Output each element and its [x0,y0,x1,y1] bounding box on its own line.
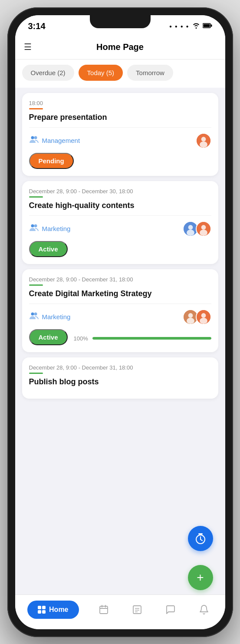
team-label-2: Marketing [42,225,71,232]
task-title-2: Create high-quality contents [29,201,211,210]
team-icon-1 [29,135,39,145]
tab-today[interactable]: Today (5) [79,65,123,81]
status-bar: 3:14 ● ● ● ● [15,15,225,38]
nav-bell-button[interactable] [195,601,213,618]
task-title-3: Create Digital Marketing Strategy [29,289,211,298]
svg-point-3 [31,136,34,139]
svg-point-12 [187,229,194,235]
svg-point-17 [34,313,37,316]
status-badge-2[interactable]: Active [29,241,68,257]
add-task-fab-button[interactable]: + [188,565,213,590]
task-title-1: Prepare presentation [29,113,211,122]
svg-rect-1 [203,24,210,27]
avatar-1 [196,133,211,149]
nav-home-label: Home [49,606,68,614]
svg-point-11 [188,225,193,230]
task-card-3: December 28, 9:00 - December 31, 18:00 C… [22,269,218,352]
task-meta-3: Marketing [29,309,211,325]
nav-list-button[interactable] [128,601,146,618]
bottom-nav: Home [15,594,225,629]
nav-home-button[interactable]: Home [27,601,79,619]
phone-wrapper: 3:14 ● ● ● ● ☰ Home Page Overdue ( [0,0,240,644]
task-divider-1 [29,127,211,128]
app-header: ☰ Home Page [15,38,225,59]
home-grid-icon [38,606,46,614]
svg-point-15 [200,229,207,235]
team-icon-2 [29,224,39,234]
svg-point-9 [34,225,37,228]
task-time-4: December 28, 9:00 - December 31, 18:00 [29,364,211,371]
task-divider-2 [29,215,211,216]
team-label-3: Marketing [42,313,71,320]
svg-point-8 [31,225,34,228]
tab-tomorrow[interactable]: Tomorrow [127,65,173,81]
svg-rect-28 [100,606,108,614]
timer-fab-button[interactable] [188,526,213,551]
status-time: 3:14 [28,21,46,31]
nav-calendar-button[interactable] [95,601,112,618]
svg-line-27 [201,539,202,541]
task-time-2: December 28, 9:00 - December 30, 18:00 [29,188,211,195]
task-card-1: 18:00 Prepare presentation Management [22,93,218,176]
task-time-3: December 28, 9:00 - December 31, 18:00 [29,276,211,283]
svg-point-7 [200,141,207,147]
avatars-1 [196,133,211,149]
tab-overdue[interactable]: Overdue (2) [22,65,74,81]
team-info-2: Marketing [29,224,71,234]
progress-track-3 [92,337,211,340]
svg-point-6 [201,137,206,142]
svg-point-16 [31,313,34,316]
team-info-3: Marketing [29,312,71,322]
avatars-3 [183,309,211,325]
task-divider-3 [29,304,211,304]
svg-rect-24 [198,533,203,535]
task-list: 18:00 Prepare presentation Management [15,88,225,583]
status-icons: ● ● ● ● [169,23,212,30]
notch [90,15,151,28]
nav-chat-button[interactable] [162,601,179,618]
status-badge-1[interactable]: Pending [29,153,74,169]
svg-point-14 [201,225,206,230]
svg-rect-32 [133,606,141,614]
avatar-3b [196,309,211,325]
svg-point-23 [200,317,207,324]
battery-icon [203,23,212,30]
status-meta-row-3: Active 100% [29,329,211,345]
svg-point-20 [187,317,194,324]
time-underline-3 [29,284,43,286]
task-time-1: 18:00 [29,100,211,106]
phone-frame: 3:14 ● ● ● ● ☰ Home Page Overdue ( [7,7,233,637]
svg-point-4 [34,136,37,139]
avatars-2 [183,221,211,237]
team-icon-3 [29,312,39,322]
time-underline-1 [29,108,43,109]
team-info-1: Management [29,135,80,145]
status-badge-3[interactable]: Active [29,329,68,345]
phone-screen: 3:14 ● ● ● ● ☰ Home Page Overdue ( [15,15,225,629]
progress-row-3: 100% [74,335,211,342]
time-underline-2 [29,196,43,198]
task-card-4: December 28, 9:00 - December 31, 18:00 P… [22,357,218,399]
menu-icon[interactable]: ☰ [24,42,32,52]
progress-fill-3 [92,337,211,340]
avatar-2b [196,221,211,237]
progress-label-3: 100% [74,335,88,342]
time-underline-4 [29,373,43,374]
signal-dots-icon: ● ● ● ● [169,24,190,29]
task-card-2: December 28, 9:00 - December 30, 18:00 C… [22,181,218,264]
task-title-4: Publish blog posts [29,377,211,386]
svg-rect-2 [210,25,212,27]
task-meta-1: Management [29,133,211,149]
team-label-1: Management [42,137,80,144]
svg-point-19 [188,313,193,318]
filter-tabs: Overdue (2) Today (5) Tomorrow [15,59,225,88]
page-title: Home Page [96,42,144,52]
svg-point-22 [201,313,206,318]
wifi-icon [192,23,200,30]
task-meta-2: Marketing [29,221,211,237]
